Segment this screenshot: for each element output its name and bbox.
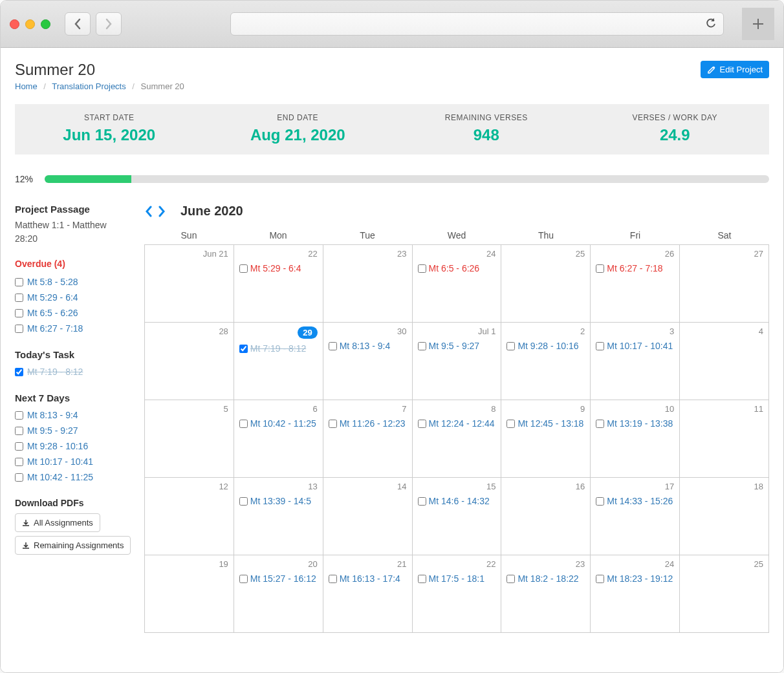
calendar-cell[interactable]: 9Mt 12:45 - 13:18 (501, 400, 591, 478)
calendar-cell[interactable]: 5 (145, 400, 234, 478)
calendar-task-link[interactable]: Mt 14:6 - 14:32 (429, 495, 490, 508)
calendar-cell[interactable]: 23 (323, 245, 413, 323)
calendar-cell[interactable]: 2Mt 9:28 - 10:16 (501, 323, 591, 400)
task-checkbox[interactable] (15, 427, 23, 435)
calendar-cell[interactable]: 28 (145, 323, 234, 400)
calendar-cell[interactable]: Jun 21 (145, 245, 234, 323)
calendar-task-checkbox[interactable] (596, 575, 604, 583)
new-tab-button[interactable] (742, 8, 774, 40)
url-bar[interactable] (230, 12, 724, 36)
calendar-cell[interactable]: 24Mt 18:23 - 19:12 (591, 555, 680, 633)
task-link[interactable]: Mt 10:42 - 11:25 (27, 472, 93, 482)
calendar-task-checkbox[interactable] (239, 264, 248, 273)
calendar-cell[interactable]: 25 (680, 555, 769, 633)
task-link[interactable]: Mt 5:8 - 5:28 (27, 277, 78, 287)
download-all-button[interactable]: All Assignments (15, 513, 100, 532)
calendar-cell[interactable]: 25 (501, 245, 591, 323)
calendar-task-link[interactable]: Mt 13:39 - 14:5 (250, 495, 311, 508)
calendar-prev-button[interactable] (144, 206, 153, 217)
calendar-cell[interactable]: 4 (680, 323, 769, 400)
task-link[interactable]: Mt 5:29 - 6:4 (27, 292, 78, 303)
calendar-cell[interactable]: 30Mt 8:13 - 9:4 (323, 323, 413, 400)
calendar-cell[interactable]: 24Mt 6:5 - 6:26 (413, 245, 502, 323)
task-checkbox[interactable] (15, 368, 23, 376)
calendar-task-checkbox[interactable] (329, 420, 337, 428)
calendar-cell[interactable]: 15Mt 14:6 - 14:32 (413, 478, 502, 555)
calendar-task-link[interactable]: Mt 5:29 - 6:4 (250, 262, 301, 275)
calendar-task-checkbox[interactable] (596, 264, 604, 273)
task-link[interactable]: Mt 8:13 - 9:4 (27, 410, 78, 420)
calendar-cell[interactable]: 21Mt 16:13 - 17:4 (323, 555, 413, 633)
calendar-task-link[interactable]: Mt 6:5 - 6:26 (429, 262, 480, 275)
calendar-task-checkbox[interactable] (418, 420, 426, 428)
calendar-cell[interactable]: 22Mt 17:5 - 18:1 (413, 555, 502, 633)
breadcrumb-projects[interactable]: Translation Projects (52, 81, 125, 91)
calendar-task-checkbox[interactable] (239, 420, 248, 428)
forward-button[interactable] (96, 12, 122, 36)
calendar-task-checkbox[interactable] (596, 342, 604, 350)
calendar-task-link[interactable]: Mt 9:5 - 9:27 (429, 340, 480, 353)
calendar-task-link[interactable]: Mt 16:13 - 17:4 (340, 573, 400, 586)
calendar-task-link[interactable]: Mt 7:19 - 8:12 (250, 343, 306, 356)
calendar-task-link[interactable]: Mt 18:23 - 19:12 (607, 573, 673, 586)
calendar-cell[interactable]: 27 (680, 245, 769, 323)
reload-icon[interactable] (705, 18, 717, 30)
calendar-task-checkbox[interactable] (418, 575, 426, 583)
calendar-cell[interactable]: 18 (680, 478, 769, 555)
calendar-task-link[interactable]: Mt 8:13 - 9:4 (340, 340, 391, 353)
calendar-cell[interactable]: 3Mt 10:17 - 10:41 (591, 323, 680, 400)
calendar-cell[interactable]: 23Mt 18:2 - 18:22 (501, 555, 591, 633)
calendar-task-checkbox[interactable] (506, 575, 515, 583)
calendar-task-link[interactable]: Mt 9:28 - 10:16 (517, 340, 578, 353)
task-checkbox[interactable] (15, 458, 23, 466)
calendar-cell[interactable]: Jul 1Mt 9:5 - 9:27 (413, 323, 502, 400)
task-checkbox[interactable] (15, 411, 23, 420)
calendar-task-link[interactable]: Mt 6:27 - 7:18 (607, 262, 662, 275)
task-link[interactable]: Mt 7:19 - 8:12 (27, 367, 83, 377)
calendar-task-checkbox[interactable] (239, 345, 248, 353)
task-checkbox[interactable] (15, 325, 23, 333)
calendar-cell[interactable]: 19 (145, 555, 234, 633)
minimize-window-icon[interactable] (25, 19, 35, 29)
calendar-cell[interactable]: 7Mt 11:26 - 12:23 (323, 400, 413, 478)
task-link[interactable]: Mt 6:5 - 6:26 (27, 308, 78, 318)
task-checkbox[interactable] (15, 294, 23, 302)
calendar-task-link[interactable]: Mt 10:42 - 11:25 (250, 418, 316, 431)
calendar-cell[interactable]: 12 (145, 478, 234, 555)
breadcrumb-home[interactable]: Home (15, 81, 38, 91)
task-link[interactable]: Mt 10:17 - 10:41 (27, 456, 93, 467)
calendar-task-checkbox[interactable] (418, 497, 426, 506)
task-link[interactable]: Mt 9:28 - 10:16 (27, 441, 88, 451)
close-window-icon[interactable] (10, 19, 19, 29)
calendar-task-link[interactable]: Mt 13:19 - 13:38 (607, 418, 673, 431)
task-link[interactable]: Mt 9:5 - 9:27 (27, 425, 78, 436)
calendar-cell[interactable]: 8Mt 12:24 - 12:44 (413, 400, 502, 478)
task-checkbox[interactable] (15, 442, 23, 451)
task-checkbox[interactable] (15, 278, 23, 286)
calendar-task-checkbox[interactable] (239, 575, 248, 583)
calendar-cell[interactable]: 29Mt 7:19 - 8:12 (234, 323, 323, 400)
calendar-task-checkbox[interactable] (506, 342, 515, 350)
calendar-cell[interactable]: 13Mt 13:39 - 14:5 (234, 478, 323, 555)
back-button[interactable] (65, 12, 91, 36)
calendar-cell[interactable]: 11 (680, 400, 769, 478)
calendar-task-checkbox[interactable] (596, 420, 604, 428)
calendar-cell[interactable]: 14 (323, 478, 413, 555)
calendar-cell[interactable]: 26Mt 6:27 - 7:18 (591, 245, 680, 323)
maximize-window-icon[interactable] (41, 19, 50, 29)
calendar-cell[interactable]: 22Mt 5:29 - 6:4 (234, 245, 323, 323)
calendar-task-link[interactable]: Mt 10:17 - 10:41 (607, 340, 673, 353)
calendar-next-button[interactable] (157, 206, 166, 217)
calendar-task-link[interactable]: Mt 11:26 - 12:23 (340, 418, 406, 431)
calendar-task-link[interactable]: Mt 18:2 - 18:22 (517, 573, 578, 586)
calendar-task-link[interactable]: Mt 14:33 - 15:26 (607, 495, 673, 508)
calendar-cell[interactable]: 16 (501, 478, 591, 555)
task-checkbox[interactable] (15, 309, 23, 317)
calendar-task-checkbox[interactable] (329, 342, 337, 350)
calendar-task-link[interactable]: Mt 17:5 - 18:1 (429, 573, 485, 586)
task-checkbox[interactable] (15, 473, 23, 482)
task-link[interactable]: Mt 6:27 - 7:18 (27, 323, 83, 334)
calendar-task-link[interactable]: Mt 12:45 - 13:18 (517, 418, 583, 431)
edit-project-button[interactable]: Edit Project (701, 61, 769, 78)
calendar-cell[interactable]: 20Mt 15:27 - 16:12 (234, 555, 323, 633)
